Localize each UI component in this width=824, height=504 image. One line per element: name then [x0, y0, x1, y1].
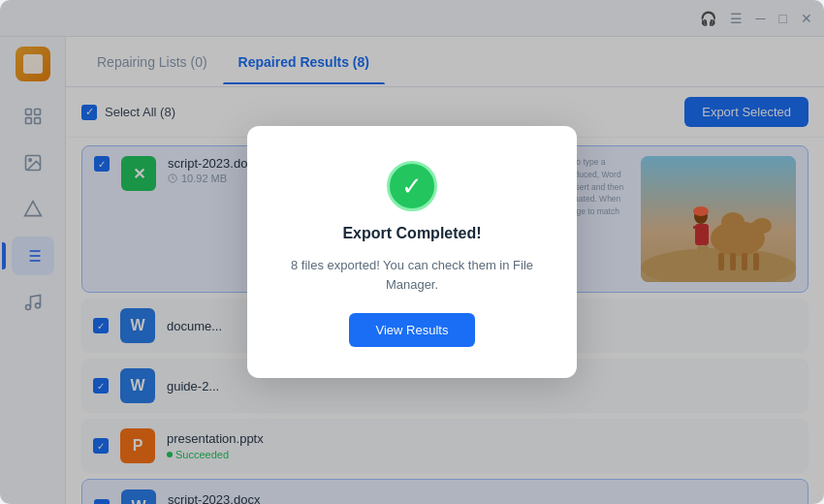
checkmark-icon: ✓	[401, 173, 423, 199]
view-results-button[interactable]: View Results	[349, 313, 476, 347]
export-completed-modal: ✓ Export Completed! 8 files exported! Yo…	[247, 126, 577, 378]
modal-title: Export Completed!	[342, 225, 481, 242]
modal-overlay: ✓ Export Completed! 8 files exported! Yo…	[0, 0, 824, 504]
app-window: 🎧 ☰ ─ □ ✕	[0, 0, 824, 504]
modal-message: 8 files exported! You can check them in …	[286, 256, 538, 294]
success-icon: ✓	[387, 161, 437, 211]
